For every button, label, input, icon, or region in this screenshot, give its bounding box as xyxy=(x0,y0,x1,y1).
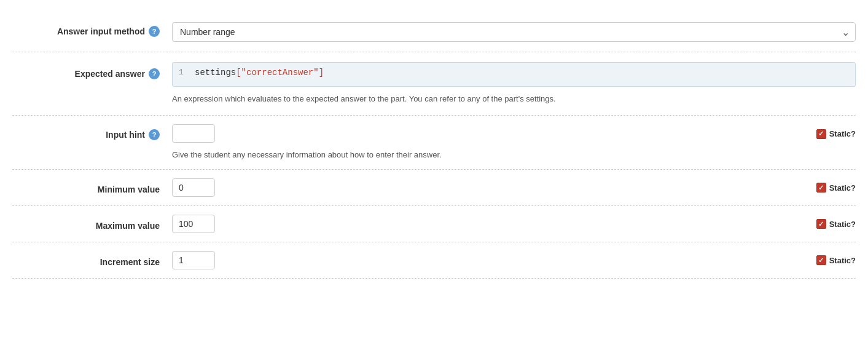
increment-size-static-checkbox[interactable] xyxy=(816,255,826,265)
expected-answer-help-icon[interactable]: ? xyxy=(149,68,160,79)
answer-input-method-select[interactable]: Number range Single answer Multiple answ… xyxy=(172,22,856,42)
minimum-value-input[interactable] xyxy=(172,178,215,197)
answer-input-method-row: Answer input method ? Number range Singl… xyxy=(12,12,856,52)
minimum-value-row: Minimum value Static? xyxy=(12,170,856,206)
increment-size-control xyxy=(172,251,856,269)
expected-answer-description: An expression which evaluates to the exp… xyxy=(172,93,856,105)
minimum-value-control xyxy=(172,178,856,197)
answer-input-method-label-col: Answer input method ? xyxy=(12,22,172,37)
increment-size-static-label: Static? xyxy=(829,256,856,265)
maximum-value-label-col: Maximum value xyxy=(12,217,172,231)
input-hint-description: Give the student any necessary informati… xyxy=(172,149,856,161)
maximum-value-static-label: Static? xyxy=(829,220,856,229)
expected-answer-label-col: Expected answer ? xyxy=(12,62,172,79)
increment-size-static-group: Static? xyxy=(816,255,856,265)
increment-size-input[interactable] xyxy=(172,251,215,269)
expected-answer-label: Expected answer xyxy=(75,69,145,79)
increment-size-label-col: Increment size xyxy=(12,253,172,267)
maximum-value-static-group: Static? xyxy=(816,219,856,229)
answer-input-method-label: Answer input method xyxy=(57,26,145,36)
minimum-value-static-group: Static? xyxy=(816,183,856,193)
maximum-value-static-checkbox[interactable] xyxy=(816,219,826,229)
code-plain-text: settings xyxy=(195,68,236,78)
increment-size-label: Increment size xyxy=(100,257,160,267)
input-hint-row: Input hint ? Give the student any necess… xyxy=(12,116,856,170)
maximum-value-control xyxy=(172,215,856,233)
minimum-value-label-col: Minimum value xyxy=(12,181,172,194)
input-hint-label-col: Input hint ? xyxy=(12,124,172,140)
input-hint-control: Give the student any necessary informati… xyxy=(172,124,856,161)
code-content: settings["correctAnswer"] xyxy=(195,68,849,78)
minimum-value-label: Minimum value xyxy=(98,185,160,194)
answer-input-method-control: Number range Single answer Multiple answ… xyxy=(172,22,856,42)
expected-answer-editor[interactable]: 1 settings["correctAnswer"] xyxy=(172,62,856,87)
maximum-value-row: Maximum value Static? xyxy=(12,206,856,242)
input-hint-label: Input hint xyxy=(106,130,145,140)
expected-answer-control: 1 settings["correctAnswer"] An expressio… xyxy=(172,62,856,105)
answer-input-method-select-wrapper: Number range Single answer Multiple answ… xyxy=(172,22,856,42)
maximum-value-input[interactable] xyxy=(172,215,215,233)
input-hint-static-label: Static? xyxy=(829,129,856,138)
maximum-value-label: Maximum value xyxy=(96,221,160,231)
line-number: 1 xyxy=(179,68,187,77)
answer-input-method-help-icon[interactable]: ? xyxy=(149,26,160,37)
minimum-value-static-label: Static? xyxy=(829,183,856,193)
increment-size-row: Increment size Static? xyxy=(12,242,856,279)
expected-answer-row: Expected answer ? 1 settings["correctAns… xyxy=(12,52,856,116)
input-hint-field[interactable] xyxy=(172,124,215,143)
code-string-text: ["correctAnswer"] xyxy=(236,68,324,78)
input-hint-static-checkbox[interactable] xyxy=(816,129,826,139)
input-hint-static-group: Static? xyxy=(816,129,856,139)
input-hint-help-icon[interactable]: ? xyxy=(149,129,160,140)
minimum-value-static-checkbox[interactable] xyxy=(816,183,826,193)
